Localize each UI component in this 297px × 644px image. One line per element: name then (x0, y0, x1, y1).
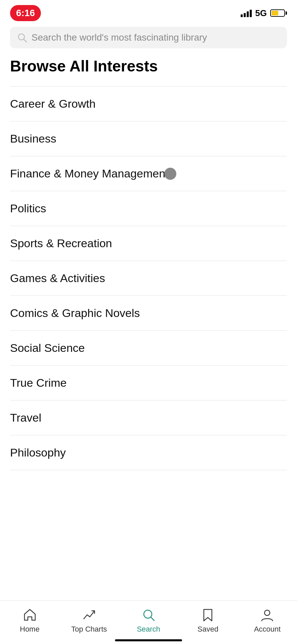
signal-bars (241, 9, 252, 17)
search-nav-icon (141, 607, 156, 622)
main-content: Browse All Interests Career & GrowthBusi… (0, 54, 297, 521)
nav-item-saved[interactable]: Saved (178, 607, 238, 634)
top-charts-icon (82, 607, 97, 622)
interest-item-philosophy[interactable]: Philosophy (10, 435, 287, 470)
search-icon (17, 32, 27, 43)
search-bar[interactable]: Search the world's most fascinating libr… (10, 27, 287, 48)
interest-item-social-science[interactable]: Social Science (10, 331, 287, 366)
interest-item-sports-recreation[interactable]: Sports & Recreation (10, 226, 287, 261)
interest-label-finance-money: Finance & Money Management (10, 167, 168, 180)
interest-item-finance-money[interactable]: Finance & Money Management (10, 156, 287, 191)
network-text: 5G (255, 8, 267, 18)
browse-title: Browse All Interests (10, 57, 287, 75)
svg-point-4 (264, 610, 270, 615)
signal-bar-3 (247, 11, 249, 17)
interest-label-sports-recreation: Sports & Recreation (10, 237, 112, 250)
interest-label-social-science: Social Science (10, 341, 85, 354)
home-icon (22, 607, 37, 622)
status-bar: 6:16 5G (0, 0, 297, 23)
search-bar-container: Search the world's most fascinating libr… (0, 23, 297, 54)
scroll-dot (164, 168, 176, 180)
signal-bar-2 (244, 13, 246, 17)
nav-label-saved: Saved (197, 625, 218, 634)
interest-label-games-activities: Games & Activities (10, 272, 105, 284)
interest-label-travel: Travel (10, 411, 41, 424)
nav-item-account[interactable]: Account (238, 607, 297, 634)
battery-tip (286, 11, 287, 15)
nav-label-account: Account (254, 625, 281, 634)
interest-label-true-crime: True Crime (10, 376, 67, 389)
signal-bar-1 (241, 14, 243, 17)
interest-item-business[interactable]: Business (10, 121, 287, 156)
interest-item-games-activities[interactable]: Games & Activities (10, 261, 287, 296)
nav-label-top-charts: Top Charts (71, 625, 107, 634)
bottom-nav: Home Top Charts Search Saved (0, 600, 297, 644)
svg-line-3 (151, 617, 154, 621)
nav-item-search[interactable]: Search (119, 607, 178, 634)
status-time: 6:16 (10, 5, 41, 21)
nav-label-search: Search (137, 625, 160, 634)
saved-icon (200, 607, 215, 622)
svg-line-1 (24, 39, 26, 42)
interest-label-politics: Politics (10, 202, 46, 215)
interest-label-philosophy: Philosophy (10, 446, 66, 459)
battery-fill (272, 11, 278, 15)
interest-item-true-crime[interactable]: True Crime (10, 366, 287, 400)
account-icon (260, 607, 275, 622)
battery-body (270, 9, 285, 17)
nav-item-top-charts[interactable]: Top Charts (59, 607, 119, 634)
home-indicator (115, 639, 182, 641)
nav-item-home[interactable]: Home (0, 607, 59, 634)
interest-item-politics[interactable]: Politics (10, 191, 287, 226)
status-right: 5G (241, 8, 287, 18)
interest-list: Career & GrowthBusinessFinance & Money M… (10, 86, 287, 470)
signal-bar-4 (250, 10, 252, 17)
nav-label-home: Home (20, 625, 40, 634)
interest-label-comics-graphic: Comics & Graphic Novels (10, 307, 140, 319)
interest-item-travel[interactable]: Travel (10, 400, 287, 435)
interest-label-career-growth: Career & Growth (10, 97, 96, 110)
interest-label-business: Business (10, 132, 56, 145)
search-placeholder-text: Search the world's most fascinating libr… (32, 32, 207, 43)
battery (270, 9, 287, 17)
interest-item-career-growth[interactable]: Career & Growth (10, 86, 287, 121)
interest-item-comics-graphic[interactable]: Comics & Graphic Novels (10, 296, 287, 331)
